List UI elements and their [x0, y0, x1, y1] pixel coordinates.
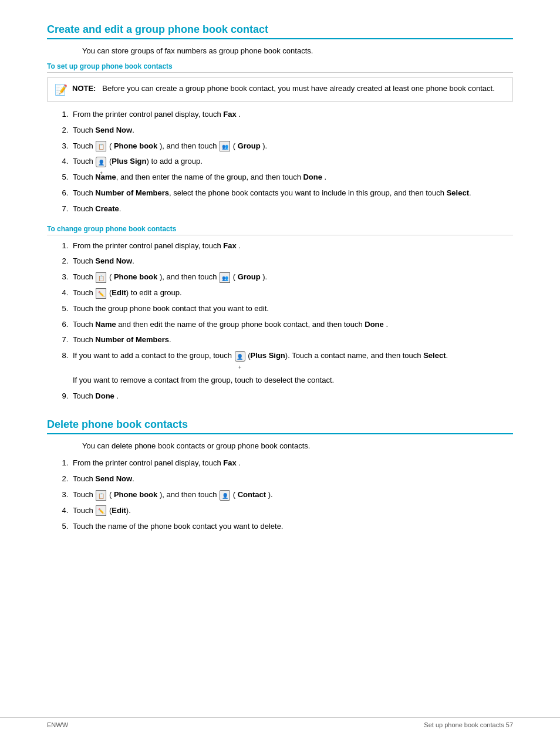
setup-step-4: Touch 👤+ (Plus Sign) to add a group.	[70, 156, 513, 168]
step5-bold1: Name	[95, 173, 116, 181]
cstep6-bold2: Done	[365, 320, 384, 329]
setup-step-6: Touch Number of Members, select the phon…	[70, 187, 513, 200]
subsection-setup: To set up group phone book contacts 📝 NO…	[47, 62, 513, 215]
section1-intro: You can store groups of fax numbers as g…	[82, 46, 513, 55]
dstep3-bold1: Phone book	[114, 490, 157, 499]
delete-step-4: Touch ✏️ (Edit).	[70, 505, 513, 517]
change-step-9: Touch Done .	[70, 390, 513, 403]
cstep4-bold: Edit	[112, 288, 126, 297]
note-box: 📝 NOTE: Before you can create a group ph…	[47, 77, 513, 102]
change-step-4: Touch ✏️ (Edit) to edit a group.	[70, 287, 513, 299]
step6-bold2: Select	[447, 188, 469, 197]
cstep2-bold: Send Now	[95, 256, 132, 265]
section2-title: Delete phone book contacts	[47, 418, 513, 434]
change-step-1: From the printer control panel display, …	[70, 240, 513, 252]
setup-steps-list: From the printer control panel display, …	[70, 109, 513, 215]
change-step-7: Touch Number of Members.	[70, 334, 513, 346]
footer-left: ENWW	[47, 721, 68, 728]
note-label: NOTE:	[72, 84, 96, 93]
step1-bold: Fax	[223, 110, 236, 119]
dstep2-bold: Send Now	[95, 474, 132, 483]
cstep8-bold2: Select	[423, 351, 446, 360]
cstep8-bold1: Plus Sign	[251, 351, 285, 360]
section-create-edit: Create and edit a group phone book conta…	[47, 23, 513, 402]
phonebook-icon-3: 📋	[96, 490, 106, 501]
cstep9-bold: Done	[95, 391, 114, 400]
section2-intro: You can delete phone book contacts or gr…	[82, 441, 513, 450]
edit-icon-2: ✏️	[96, 505, 106, 516]
subsection2-label: To change group phone book contacts	[47, 225, 513, 235]
step4-bold: Plus Sign	[112, 157, 146, 166]
subsection-change: To change group phone book contacts From…	[47, 225, 513, 403]
page-footer: ENWW Set up phone book contacts 57	[0, 717, 560, 728]
setup-step-2: Touch Send Now.	[70, 124, 513, 137]
cstep6-bold1: Name	[95, 320, 116, 329]
cstep1-bold: Fax	[223, 241, 236, 250]
delete-step-5: Touch the name of the phone book contact…	[70, 521, 513, 533]
step3-bold2: Group	[238, 141, 261, 150]
delete-steps-list: From the printer control panel display, …	[70, 457, 513, 532]
subsection1-label: To set up group phone book contacts	[47, 62, 513, 73]
setup-step-5: Touch Name, and then enter the name of t…	[70, 171, 513, 184]
plus-icon-1: 👤+	[96, 157, 106, 167]
setup-step-3: Touch 📋 ( Phone book ), and then touch 👥…	[70, 140, 513, 153]
edit-icon-1: ✏️	[96, 288, 106, 299]
change-step-3: Touch 📋 ( Phone book ), and then touch 👥…	[70, 271, 513, 283]
change-step-5: Touch the group phone book contact that …	[70, 303, 513, 315]
delete-step-1: From the printer control panel display, …	[70, 457, 513, 470]
note-content: NOTE: Before you can create a group phon…	[72, 83, 495, 94]
change-step-8: If you want to add a contact to the grou…	[70, 350, 513, 386]
dstep1-bold: Fax	[223, 458, 236, 467]
plus-icon-2: 👤+	[235, 351, 245, 362]
group-icon-2: 👥	[220, 272, 230, 283]
phonebook-icon-1: 📋	[96, 141, 106, 151]
dstep3-bold2: Contact	[238, 490, 266, 499]
cstep3-bold2: Group	[238, 272, 261, 281]
step8-subnote: If you want to remove a contact from the…	[73, 374, 513, 387]
setup-step-1: From the printer control panel display, …	[70, 109, 513, 121]
change-step-6: Touch Name and then edit the name of the…	[70, 319, 513, 331]
setup-step-7: Touch Create.	[70, 203, 513, 215]
step7-bold: Create	[95, 204, 119, 213]
cstep3-bold1: Phone book	[114, 272, 157, 281]
delete-step-3: Touch 📋 ( Phone book ), and then touch 👤…	[70, 489, 513, 501]
footer-right: Set up phone book contacts 57	[424, 721, 513, 728]
step2-bold: Send Now	[95, 126, 132, 134]
section1-title: Create and edit a group phone book conta…	[47, 23, 513, 39]
step5-bold2: Done	[303, 173, 322, 181]
dstep4-bold: Edit	[112, 506, 126, 515]
change-steps-list: From the printer control panel display, …	[70, 240, 513, 403]
note-text: Before you can create a group phone book…	[102, 84, 495, 93]
phonebook-icon-2: 📋	[96, 272, 106, 283]
note-icon: 📝	[55, 83, 68, 96]
change-step-2: Touch Send Now.	[70, 255, 513, 268]
step6-bold1: Number of Members	[95, 188, 169, 197]
delete-step-2: Touch Send Now.	[70, 473, 513, 485]
section-delete: Delete phone book contacts You can delet…	[47, 418, 513, 532]
step3-bold1: Phone book	[114, 141, 157, 150]
group-icon-1: 👥	[220, 141, 230, 151]
cstep7-bold: Number of Members	[95, 335, 169, 344]
contact-icon-1: 👤	[220, 490, 230, 501]
